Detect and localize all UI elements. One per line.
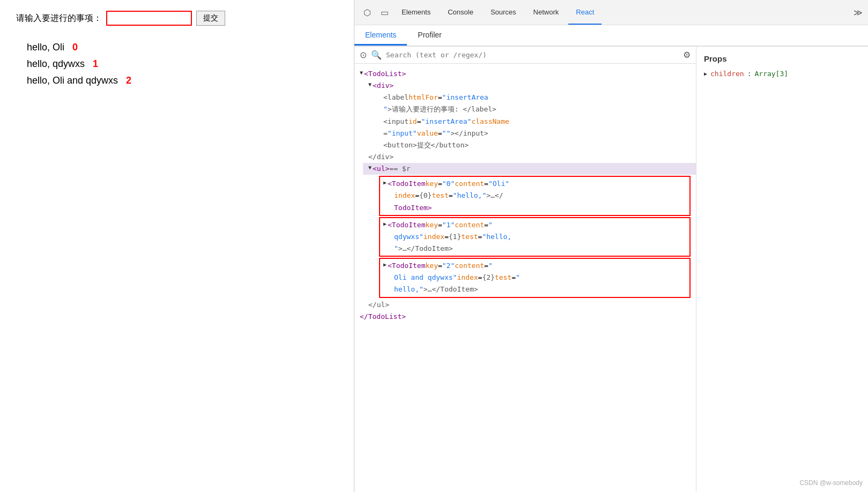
tree-row: <button>提交</button> xyxy=(372,139,696,151)
todo-item: hello, Oli and qdywxs 2 xyxy=(27,75,338,86)
tree-area: ⊙ 🔍 ⚙ ▼<TodoList> ▼<div> <label htmlFor=… xyxy=(354,47,696,492)
todo-item: hello, Oli 0 xyxy=(27,42,338,53)
tri-ul[interactable]: ▼ xyxy=(368,163,372,172)
props-children-value: Array[3] xyxy=(754,70,788,78)
tree-row: index={0} test="hello,">…</ xyxy=(382,190,687,202)
tree-row: ▼<div> xyxy=(363,80,696,92)
todoitem-box-0: ▶<TodoItem key="0" content="Oli" index={… xyxy=(379,176,691,215)
tree-row: hello,">…</TodoItem> xyxy=(382,284,687,295)
todoitem-box-1: ▶<TodoItem key="1" content=" qdywxs" ind… xyxy=(379,217,691,257)
devtools-main: ⊙ 🔍 ⚙ ▼<TodoList> ▼<div> <label htmlFor=… xyxy=(354,47,868,492)
input-row: 请输入要进行的事项： 提交 xyxy=(16,11,338,26)
props-colon: : xyxy=(747,70,752,78)
tree-content: ▼<TodoList> ▼<div> <label htmlFor="inser… xyxy=(354,64,696,492)
props-expand-icon[interactable]: ▶ xyxy=(704,71,707,77)
tri-item2[interactable]: ▶ xyxy=(383,260,387,269)
props-children-key: children xyxy=(710,70,744,78)
tab-elements[interactable]: Elements xyxy=(394,0,438,25)
tree-row: ="input" value=""></input> xyxy=(372,128,696,139)
tri-item0[interactable]: ▶ xyxy=(383,178,387,187)
tree-row: ">…</TodoItem> xyxy=(382,243,687,255)
tri-todolist[interactable]: ▼ xyxy=(360,69,363,77)
tab-profiler[interactable]: Profiler xyxy=(407,25,452,46)
todo-index: 0 xyxy=(70,42,78,53)
tree-row-ul: ▼<ul> == $r xyxy=(363,163,696,175)
todo-input[interactable] xyxy=(106,11,192,26)
device-icon[interactable]: ▭ xyxy=(377,5,392,20)
more-tabs-icon[interactable]: ≫ xyxy=(854,8,863,18)
tree-row: </ul> xyxy=(363,299,696,311)
tri-item1[interactable]: ▶ xyxy=(383,220,387,228)
todo-text: hello, Oli xyxy=(27,42,64,53)
tree-row: <input id="insertArea" className xyxy=(372,116,696,128)
props-title: Props xyxy=(704,54,860,63)
todo-index: 1 xyxy=(90,58,98,69)
inspect-icon[interactable]: ⬡ xyxy=(360,5,375,20)
props-children-row: ▶ children : Array[3] xyxy=(704,70,860,78)
tree-row: ▶<TodoItem key="2" content=" xyxy=(382,260,687,272)
search-bar: ⊙ 🔍 ⚙ xyxy=(354,47,696,64)
left-panel: 请输入要进行的事项： 提交 hello, Oli 0hello, qdywxs … xyxy=(0,0,354,492)
submit-button[interactable]: 提交 xyxy=(196,11,225,26)
tab-sources[interactable]: Sources xyxy=(483,0,524,25)
search-input[interactable] xyxy=(386,51,679,59)
todo-index: 2 xyxy=(123,75,131,86)
tree-row: <label htmlFor="insertArea xyxy=(372,92,696,103)
tree-row: ">请输入要进行的事项: </label> xyxy=(372,103,696,115)
devtools-panel: ⬡ ▭ Elements Console Sources Network Rea… xyxy=(354,0,868,492)
tab-network[interactable]: Network xyxy=(526,0,567,25)
input-label: 请输入要进行的事项： xyxy=(16,13,102,24)
todoitem-box-2: ▶<TodoItem key="2" content=" Oli and qdy… xyxy=(379,258,691,297)
gear-icon[interactable]: ⚙ xyxy=(683,50,691,60)
tree-row: qdywxs" index={1} test="hello, xyxy=(382,231,687,243)
tree-row: TodoItem> xyxy=(382,202,687,214)
tree-row: ▶<TodoItem key="0" content="Oli" xyxy=(382,178,687,190)
todo-list: hello, Oli 0hello, qdywxs 1hello, Oli an… xyxy=(27,42,338,86)
tab-elements-react[interactable]: Elements xyxy=(354,25,407,46)
tree-row: </TodoList> xyxy=(354,311,696,323)
todo-item: hello, qdywxs 1 xyxy=(27,58,338,70)
target-icon[interactable]: ⊙ xyxy=(360,50,367,60)
tri-div[interactable]: ▼ xyxy=(368,80,372,89)
tree-row: ▶<TodoItem key="1" content=" xyxy=(382,219,687,231)
tree-row: </div> xyxy=(363,151,696,163)
props-panel: Props ▶ children : Array[3] xyxy=(696,47,868,492)
search-icon[interactable]: 🔍 xyxy=(371,50,382,60)
tab-console[interactable]: Console xyxy=(440,0,481,25)
tree-row: Oli and qdywxs" index={2} test=" xyxy=(382,272,687,284)
top-tab-bar: ⬡ ▭ Elements Console Sources Network Rea… xyxy=(354,0,868,25)
tab-react[interactable]: React xyxy=(568,0,602,25)
todo-text: hello, Oli and qdywxs xyxy=(27,75,118,86)
second-tab-bar: Elements Profiler xyxy=(354,25,868,47)
todo-text: hello, qdywxs xyxy=(27,58,85,69)
tree-row: ▼<TodoList> xyxy=(354,68,696,80)
watermark: CSDN @w-somebody xyxy=(799,479,863,487)
